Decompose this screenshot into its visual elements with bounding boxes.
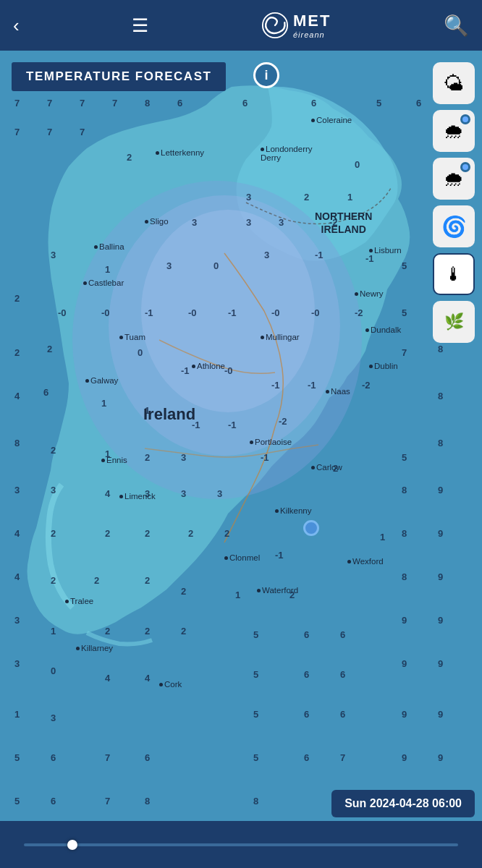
city-label: Ennis — [101, 456, 127, 464]
temp-value: 6 — [340, 709, 345, 720]
temp-value: 4 — [145, 673, 150, 684]
temp-value: 2 — [127, 152, 132, 163]
temp-value: 5 — [14, 796, 20, 807]
temp-value: -2 — [279, 416, 287, 427]
temp-value: 9 — [402, 709, 407, 720]
back-button[interactable]: ‹ — [13, 14, 20, 37]
temp-value: -2 — [362, 380, 371, 391]
city-label: Newry — [355, 289, 384, 298]
temp-value: 9 — [438, 485, 443, 495]
temp-value: 5 — [253, 629, 258, 640]
temp-value: 7 — [112, 98, 117, 109]
temp-value: -1 — [315, 250, 324, 260]
temp-value: 9 — [438, 658, 443, 669]
temp-value: 6 — [51, 796, 56, 807]
temp-value: 3 — [51, 485, 56, 495]
temp-value: 3 — [14, 615, 20, 626]
wind-button[interactable]: 🌀 — [433, 205, 475, 247]
temp-value: 7 — [47, 98, 52, 109]
temp-value: 1 — [101, 398, 106, 409]
temp-value: 6 — [311, 98, 316, 109]
temp-value: 7 — [105, 752, 110, 763]
temp-value: 8 — [438, 391, 443, 401]
temp-value: 6 — [340, 669, 345, 680]
temp-value: 7 — [340, 752, 345, 763]
partly-cloudy-button[interactable]: 🌤 — [433, 62, 475, 104]
temp-value: -0 — [271, 307, 280, 318]
temp-value: 6 — [51, 752, 56, 763]
temp-value: 0 — [355, 159, 360, 170]
ireland-map-svg — [0, 51, 482, 868]
map-container: TEMPERATURE FORECAST i 🌤 🌧 🌧 🌀 🌡 🌿 77778… — [0, 51, 482, 868]
city-label: Carlow — [311, 463, 342, 472]
temp-value: 0 — [138, 347, 143, 358]
temp-value: 3 — [51, 712, 56, 723]
info-button[interactable]: i — [253, 62, 279, 88]
city-label: Galway — [85, 376, 118, 385]
temp-value: -1 — [228, 420, 237, 430]
temp-value: 6 — [340, 629, 345, 640]
city-label: Sligo — [145, 217, 169, 226]
temp-value: 3 — [181, 452, 186, 463]
forecast-title: TEMPERATURE FORECAST — [12, 62, 226, 91]
temp-value: 7 — [14, 98, 20, 109]
city-label: Naas — [326, 387, 350, 396]
temp-value: 2 — [181, 626, 186, 637]
temp-value: 5 — [253, 669, 258, 680]
search-button[interactable]: 🔍 — [444, 14, 469, 38]
temp-value: -0 — [188, 307, 197, 318]
temp-value: 9 — [402, 752, 407, 763]
temp-value: 8 — [402, 571, 407, 582]
temp-value: 3 — [192, 217, 197, 228]
temp-value: 5 — [402, 307, 407, 318]
temp-value: 5 — [402, 452, 407, 463]
temp-value: -0 — [58, 307, 67, 318]
city-label: Letterkenny — [156, 148, 204, 157]
temp-value: 9 — [438, 752, 443, 763]
temp-value: 2 — [51, 528, 56, 539]
temp-value: 6 — [177, 98, 182, 109]
temp-value: 1 — [105, 264, 110, 275]
temp-value: 2 — [14, 293, 20, 304]
temp-value: 9 — [438, 528, 443, 539]
temp-value: 5 — [402, 260, 407, 271]
temp-value: -1 — [271, 380, 280, 391]
uv-button[interactable]: 🌿 — [433, 301, 475, 343]
city-label: Dublin — [369, 362, 398, 370]
temp-value: 2 — [105, 528, 110, 539]
temp-value: 3 — [166, 260, 172, 271]
temp-value: 6 — [304, 629, 309, 640]
menu-button[interactable]: ☰ — [132, 14, 148, 37]
temp-value: 6 — [43, 387, 48, 398]
temp-value: -1 — [145, 307, 153, 318]
city-label: Killarney — [76, 644, 113, 652]
city-label: Wexford — [347, 557, 384, 566]
temp-value: 6 — [242, 98, 248, 109]
city-label: Ballina — [94, 242, 124, 251]
temp-value: 4 — [14, 391, 20, 401]
temp-value: 5 — [376, 98, 381, 109]
logo-spiral-icon — [261, 12, 289, 39]
temp-value: 1 — [14, 709, 20, 720]
temp-value: 2 — [304, 192, 309, 203]
ireland-label: Ireland — [143, 405, 195, 424]
rain-selected-button[interactable]: 🌧 — [433, 110, 475, 152]
temp-value: 8 — [145, 796, 150, 807]
city-label: Cork — [159, 680, 182, 689]
temp-value: 8 — [438, 344, 443, 354]
temp-value: -1 — [365, 253, 374, 264]
wind-icon: 🌀 — [441, 215, 467, 239]
temp-value: 7 — [80, 127, 85, 137]
bottom-bar — [0, 821, 482, 868]
city-label: Kilkenny — [275, 506, 311, 515]
uv-icon: 🌿 — [444, 312, 464, 331]
temp-value: 2 — [47, 344, 52, 354]
temp-value: 1 — [380, 532, 385, 542]
temperature-button[interactable]: 🌡 — [433, 253, 475, 295]
temp-value: 3 — [246, 192, 251, 203]
temp-value: 4 — [105, 673, 110, 684]
heavy-rain-button[interactable]: 🌧 — [433, 158, 475, 200]
rain-badge — [460, 114, 470, 124]
temp-value: 3 — [279, 217, 284, 228]
temp-value: 7 — [80, 98, 85, 109]
